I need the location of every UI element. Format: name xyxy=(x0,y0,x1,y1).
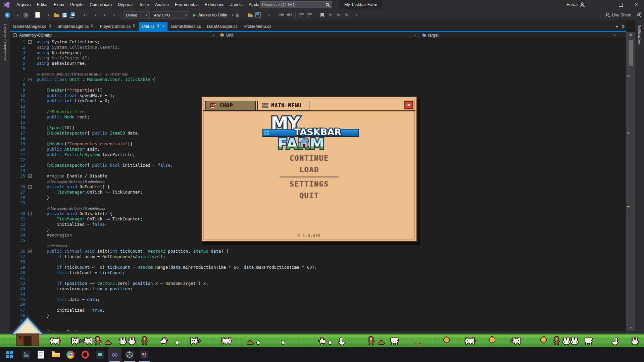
navigate-back-icon[interactable] xyxy=(4,11,11,19)
taskbar-app-notepad[interactable] xyxy=(34,347,48,362)
scroll-down-icon[interactable]: ▼ xyxy=(626,326,635,329)
game-close-button[interactable]: × xyxy=(404,101,413,109)
collapse-icon[interactable]: − xyxy=(28,212,32,215)
sign-in-button[interactable]: Entrar xyxy=(566,0,585,9)
menu-depurar[interactable]: Depurar xyxy=(115,0,136,9)
taskbar-app-start[interactable] xyxy=(3,347,16,362)
codelens-text[interactable]: ◎ Script do Unity (10 referências de ati… xyxy=(33,71,128,77)
notifications-tab[interactable]: Notificações xyxy=(638,24,642,45)
minimize-button[interactable] xyxy=(598,0,613,9)
shop-tab[interactable]: SHOP xyxy=(205,101,256,111)
toolbar-overflow-icon[interactable]: ▾ xyxy=(353,11,360,19)
search-input[interactable]: Pesquisar (Ctrl+Q) xyxy=(260,1,332,8)
menu-extens-es[interactable]: Extensões xyxy=(202,0,227,9)
collapse-icon[interactable]: − xyxy=(28,78,32,81)
game-menu-continue[interactable]: CONTINUE xyxy=(289,154,329,162)
taskbar-app-explorer[interactable] xyxy=(49,347,62,362)
menu-compila-o[interactable]: Compilação xyxy=(87,0,115,9)
tab-gameutilities-cs[interactable]: GameUtilities.cs xyxy=(167,22,204,31)
tab-options-gear-icon[interactable]: ⚙ xyxy=(621,24,625,29)
game-menu-quit[interactable]: QUIT xyxy=(299,192,319,200)
main-menu-tab[interactable]: MAIN-MENU xyxy=(257,101,309,111)
open-folder-icon[interactable] xyxy=(53,11,60,19)
close-button[interactable]: × xyxy=(629,0,644,9)
menu-ferramentas[interactable]: Ferramentas xyxy=(172,0,202,9)
uncomment-lines-icon[interactable] xyxy=(306,11,313,19)
menu-projeto[interactable]: Projeto xyxy=(67,0,87,9)
find-in-files-icon[interactable] xyxy=(247,11,254,19)
tab-unit-cs[interactable]: Unit.cs× xyxy=(139,22,167,31)
taskbar-app-opera[interactable] xyxy=(79,347,92,362)
ide-window-icon[interactable] xyxy=(255,11,262,19)
pin-icon[interactable] xyxy=(48,24,51,29)
game-menu-settings[interactable]: SETTINGS xyxy=(289,180,329,188)
menu-teste[interactable]: Teste xyxy=(136,0,152,9)
tab-list-dropdown-icon[interactable]: ▾ xyxy=(616,24,618,29)
collapse-icon[interactable]: − xyxy=(28,185,32,189)
fold-margin[interactable]: − xyxy=(25,184,33,190)
undo-icon[interactable]: ↶ xyxy=(82,11,89,19)
bookmark-icon[interactable] xyxy=(318,11,326,19)
project-dropdown[interactable]: Assembly-CSharp ▾ xyxy=(10,32,217,38)
back-dropdown-icon[interactable]: ▾ xyxy=(14,11,21,19)
clear-bookmarks-icon[interactable]: ⚑ xyxy=(343,11,350,19)
maximize-button[interactable] xyxy=(613,0,629,9)
next-bookmark-icon[interactable]: ⚑ xyxy=(335,11,342,19)
pin-icon[interactable] xyxy=(133,24,136,29)
comment-lines-icon[interactable]: ² xyxy=(298,11,305,19)
fold-margin[interactable]: − xyxy=(25,211,33,216)
codelens-text[interactable]: ◎ Mensagem do Unity | 0 referências xyxy=(33,179,105,184)
fold-margin[interactable]: − xyxy=(25,173,33,179)
new-file-dropdown-icon[interactable]: ▾ xyxy=(45,11,52,19)
scrollbar-thumb[interactable] xyxy=(629,40,633,66)
game-menu-load[interactable]: LOAD xyxy=(299,166,319,174)
tab-close-icon[interactable]: × xyxy=(162,24,164,29)
collapse-icon[interactable]: − xyxy=(28,250,32,253)
live-share-button[interactable]: Live Share xyxy=(605,12,631,17)
toolbox-tab[interactable]: Caixa de Ferramentas xyxy=(3,24,7,60)
navigate-forward-icon[interactable] xyxy=(22,11,30,19)
pin-icon[interactable] xyxy=(156,24,159,29)
taskbar-app-photos[interactable] xyxy=(19,347,33,362)
new-file-icon[interactable]: ✦ xyxy=(35,11,42,19)
codelens-text[interactable]: 3 referências xyxy=(33,243,67,249)
taskbar-app-unity[interactable] xyxy=(123,347,136,362)
collapse-icon[interactable]: − xyxy=(28,40,32,44)
codelens-text[interactable]: ◎ Mensagem do Unity | 0 referências xyxy=(33,206,105,211)
editor-scrollbar[interactable]: ▲ ▼ xyxy=(626,32,635,331)
tab-shopmanager-cs[interactable]: ShopManager.cs xyxy=(54,22,97,31)
member-dropdown[interactable]: target ▾ xyxy=(418,32,618,38)
solution-config-select[interactable]: Debug▾ xyxy=(123,11,150,19)
save-icon[interactable] xyxy=(61,11,68,19)
redo-dropdown-icon[interactable]: ▾ xyxy=(110,11,118,19)
redo-icon[interactable]: ↷ xyxy=(100,11,107,19)
taskbar-app-visual-studio[interactable]: ∞ xyxy=(108,347,121,362)
taskbar-app-pixel-editor[interactable] xyxy=(138,347,151,362)
fold-margin[interactable]: − xyxy=(25,249,33,254)
pin-icon[interactable] xyxy=(91,24,94,29)
save-all-icon[interactable] xyxy=(69,11,77,19)
undo-dropdown-icon[interactable]: ▾ xyxy=(92,11,99,19)
menu-arquivo[interactable]: Arquivo xyxy=(13,0,34,9)
window-dropdown-icon[interactable]: ▾ xyxy=(265,11,273,19)
menu-exibir[interactable]: Exibir xyxy=(51,0,67,9)
tab-gamemanager-cs[interactable]: GameManager.cs xyxy=(10,22,54,31)
menu-editar[interactable]: Editar xyxy=(34,0,51,9)
tab-playercontrol-cs[interactable]: PlayerControl.cs xyxy=(97,22,139,31)
collapse-icon[interactable]: − xyxy=(28,174,32,178)
split-editor-icon[interactable]: ╪ xyxy=(627,33,635,38)
fold-margin[interactable]: − xyxy=(25,77,33,82)
platform-select[interactable]: Any CPU▾ xyxy=(152,11,189,19)
menu-an-lise[interactable]: Análise xyxy=(152,0,172,9)
indent-decrease-icon[interactable] xyxy=(278,11,285,19)
type-dropdown[interactable]: Unit ▾ xyxy=(217,32,418,38)
menu-janela[interactable]: Janela xyxy=(227,0,246,9)
tab-datamanager-cs[interactable]: DataManager.cs xyxy=(204,22,241,31)
tab-profilemenu-cs[interactable]: ProfileMenu.cs xyxy=(241,22,275,31)
taskbar-app-chrome[interactable] xyxy=(64,347,77,362)
feedback-icon[interactable] xyxy=(636,12,641,17)
attach-to-unity-button[interactable]: ▶ Anexar ao Unity ▾ xyxy=(193,12,239,17)
fold-margin[interactable]: − xyxy=(25,39,33,45)
indent-increase-icon[interactable] xyxy=(286,11,293,19)
prev-bookmark-icon[interactable]: ⚑ xyxy=(327,11,334,19)
